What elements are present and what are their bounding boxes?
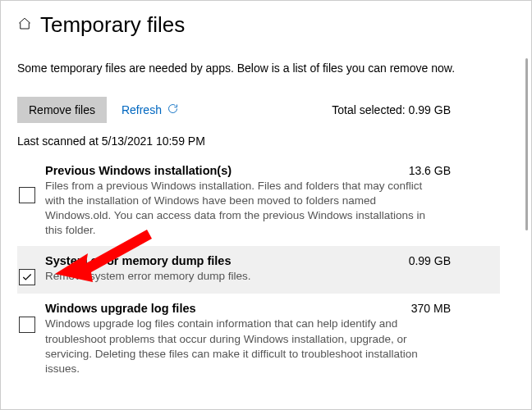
item-desc: Remove system error memory dump files. [45,269,439,284]
refresh-label: Refresh [122,103,162,116]
page-title: Temporary files [40,12,185,38]
last-scanned: Last scanned at 5/13/2021 10:59 PM [17,134,500,148]
item-desc: Windows upgrade log files contain inform… [45,317,439,376]
intro-text: Some temporary files are needed by apps.… [17,61,477,77]
home-icon[interactable] [17,16,32,34]
actions-row: Remove files Refresh Total selected: 0.9… [17,97,500,123]
remove-files-button[interactable]: Remove files [17,97,107,123]
total-selected: Total selected: 0.99 GB [332,103,451,116]
item-title: Previous Windows installation(s) [45,164,409,177]
item-size: 13.6 GB [409,164,492,177]
list-item[interactable]: Previous Windows installation(s) 13.6 GB… [17,156,500,247]
item-title: System error memory dump files [45,254,409,267]
scrollbar[interactable] [525,58,528,230]
file-list: Previous Windows installation(s) 13.6 GB… [17,156,500,385]
checkbox[interactable] [19,187,35,203]
title-bar: Temporary files [17,12,500,38]
list-item[interactable]: System error memory dump files 0.99 GB R… [17,246,500,294]
item-size: 370 MB [411,302,492,315]
refresh-button[interactable]: Refresh [122,102,179,117]
item-desc: Files from a previous Windows installati… [45,179,439,239]
checkbox-checked[interactable] [19,269,35,285]
item-size: 0.99 GB [409,254,492,267]
checkbox[interactable] [19,317,35,333]
item-title: Windows upgrade log files [45,302,411,315]
refresh-icon [167,102,179,117]
list-item[interactable]: Windows upgrade log files 370 MB Windows… [17,294,500,385]
